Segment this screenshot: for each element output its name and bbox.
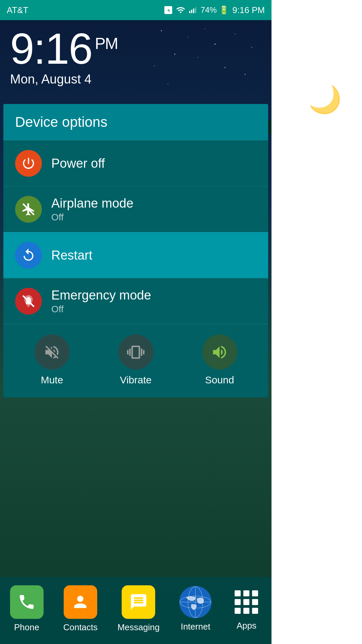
- airplane-mode-label: Airplane mode: [51, 196, 133, 211]
- nfc-icon: [164, 5, 173, 15]
- globe-svg: [179, 586, 212, 618]
- messaging-icon: [129, 593, 148, 611]
- sound-icon: [211, 343, 228, 361]
- airplane-mode-status: Off: [51, 212, 133, 223]
- apps-dot-2: [243, 590, 249, 596]
- phone-icon-bg: [10, 585, 44, 619]
- sound-label: Sound: [205, 374, 234, 386]
- contacts-icon: [71, 593, 89, 611]
- emergency-icon: [21, 294, 36, 309]
- restart-icon: [21, 248, 36, 263]
- emergency-mode-text: Emergency mode Off: [51, 288, 151, 315]
- device-options-title: Device options: [15, 114, 107, 130]
- apps-dot-5: [243, 599, 249, 605]
- bottom-dock: Phone Contacts Messaging: [0, 577, 272, 644]
- dock-contacts-label: Contacts: [63, 622, 98, 633]
- dock-internet[interactable]: Internet: [179, 586, 212, 632]
- dock-messaging-label: Messaging: [117, 622, 160, 633]
- apps-icon: [231, 587, 261, 617]
- svg-rect-2: [193, 8, 194, 13]
- messaging-icon-bg: [122, 585, 155, 619]
- apps-dot-4: [235, 599, 241, 605]
- status-icons: 74% 🔋: [164, 5, 229, 15]
- airplane-mode-item[interactable]: Airplane mode Off: [3, 186, 268, 232]
- svg-rect-1: [191, 10, 193, 13]
- mute-icon-bg: [35, 334, 70, 370]
- contacts-icon-bg: [64, 585, 97, 619]
- dock-internet-label: Internet: [181, 622, 210, 632]
- dock-phone[interactable]: Phone: [10, 585, 44, 633]
- restart-icon-circle: [15, 242, 42, 269]
- emergency-mode-icon-circle: [15, 288, 42, 315]
- dock-contacts[interactable]: Contacts: [63, 585, 98, 633]
- vibrate-label: Vibrate: [120, 374, 152, 386]
- internet-icon: [179, 586, 212, 618]
- power-off-text: Power off: [51, 156, 105, 171]
- emergency-mode-status: Off: [51, 304, 151, 315]
- sound-modes-row: Mute Vibrate Sound: [3, 324, 268, 397]
- power-off-icon-circle: [15, 150, 42, 177]
- vibrate-button[interactable]: Vibrate: [118, 334, 154, 386]
- apps-dot-6: [252, 599, 258, 605]
- dock-apps-label: Apps: [237, 621, 256, 631]
- lock-time-display: 9:16PM: [10, 27, 118, 70]
- svg-rect-0: [189, 11, 191, 13]
- power-icon: [21, 156, 36, 171]
- vibrate-icon-bg: [118, 334, 154, 370]
- status-time: 9:16 PM: [232, 5, 265, 15]
- apps-dot-7: [235, 608, 241, 614]
- sound-button[interactable]: Sound: [202, 334, 237, 386]
- status-right: 74% 🔋 9:16 PM: [164, 5, 265, 15]
- phone-icon: [17, 593, 36, 611]
- apps-dot-3: [252, 590, 258, 596]
- signal-icon: [188, 5, 198, 15]
- dock-apps[interactable]: Apps: [231, 587, 261, 631]
- mute-icon: [43, 343, 61, 361]
- power-off-item[interactable]: Power off: [3, 140, 268, 186]
- carrier-label: AT&T: [7, 5, 28, 15]
- wifi-icon: [176, 5, 186, 15]
- battery-indicator: 74% 🔋: [200, 5, 229, 15]
- emergency-mode-label: Emergency mode: [51, 288, 151, 303]
- svg-rect-3: [195, 7, 196, 13]
- emergency-mode-item[interactable]: Emergency mode Off: [3, 278, 268, 324]
- device-options-header: Device options: [3, 104, 268, 140]
- dock-phone-label: Phone: [14, 622, 39, 633]
- apps-dot-8: [243, 608, 249, 614]
- restart-item[interactable]: Restart: [3, 232, 268, 278]
- restart-text: Restart: [51, 248, 92, 263]
- restart-label: Restart: [51, 248, 92, 263]
- mute-button[interactable]: Mute: [35, 334, 70, 386]
- svg-rect-6: [27, 297, 29, 299]
- apps-dot-1: [235, 590, 241, 596]
- device-options-dialog: Device options Power off Airplane mode O…: [3, 104, 268, 397]
- lock-screen-clock: 9:16PM Mon, August 4: [10, 27, 118, 87]
- airplane-mode-text: Airplane mode Off: [51, 196, 133, 223]
- power-off-label: Power off: [51, 156, 105, 171]
- airplane-mode-icon-circle: [15, 196, 42, 223]
- airplane-icon: [21, 202, 36, 217]
- apps-dot-9: [252, 608, 258, 614]
- sound-icon-bg: [202, 334, 237, 370]
- lock-date-display: Mon, August 4: [10, 72, 118, 87]
- mute-label: Mute: [41, 374, 63, 386]
- dock-messaging[interactable]: Messaging: [117, 585, 160, 633]
- vibrate-icon: [127, 343, 144, 361]
- status-bar: AT&T 74% 🔋 9:16 PM: [0, 0, 272, 20]
